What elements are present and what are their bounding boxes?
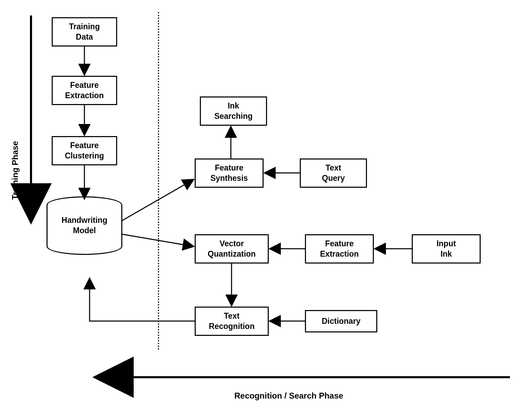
box-text-recognition: Text Recognition (195, 307, 269, 336)
box-feature-extraction-2: Feature Extraction (305, 234, 374, 264)
flowchart-diagram: Training Phase Recognition / Search Phas… (0, 0, 532, 412)
svg-line-7 (122, 234, 193, 246)
svg-line-6 (122, 180, 193, 220)
cylinder-handwriting-model: Handwriting Model (47, 196, 122, 255)
box-feature-clustering: Feature Clustering (52, 136, 117, 165)
box-text-query: Text Query (300, 158, 367, 188)
box-vector-quantization: Vector Quantization (195, 234, 269, 264)
box-feature-synthesis: Feature Synthesis (195, 158, 264, 188)
box-input-ink: Input Ink (412, 234, 481, 264)
box-feature-extraction-1: Feature Extraction (52, 76, 117, 105)
training-phase-label: Training Phase (10, 131, 20, 200)
box-dictionary: Dictionary (305, 310, 377, 332)
recognition-phase-label: Recognition / Search Phase (234, 391, 343, 401)
box-training-data: Training Data (52, 17, 117, 47)
box-ink-searching: Ink Searching (200, 96, 267, 126)
